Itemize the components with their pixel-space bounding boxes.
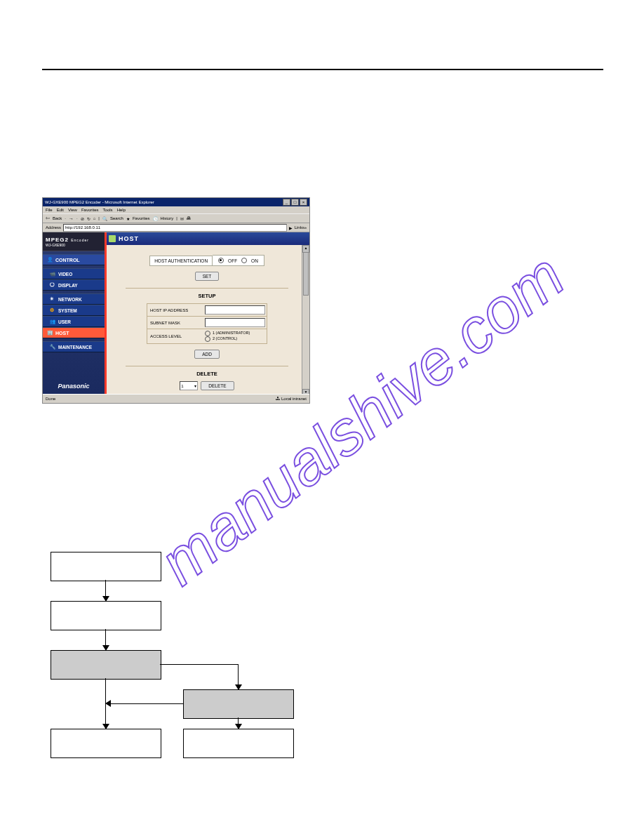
flow-line-4-left [111, 703, 183, 704]
host-header-icon [109, 235, 116, 242]
minimize-button[interactable]: _ [283, 199, 290, 206]
ip-label: HOST IP ADDRESS [147, 304, 203, 316]
nav-network[interactable]: ✴NETWORK [43, 293, 105, 305]
window-titlebar: WJ-GXE900 MPEG2 Encoder - Microsoft Inte… [43, 198, 309, 206]
browser-toolbar: ⇦ Back · → · ⊘ ↻ ⌂ | 🔍 Search ★ Favorite… [43, 213, 309, 223]
divider [126, 288, 288, 289]
menu-favorites[interactable]: Favorites [81, 208, 99, 212]
flow-box-2 [51, 601, 161, 630]
address-bar: Address ▶ Links » [43, 223, 309, 232]
menu-file[interactable]: File [46, 208, 53, 212]
product-mpeg: MPEG2 [46, 237, 69, 243]
go-icon[interactable]: ▶ [289, 225, 293, 230]
nav-host[interactable]: 🏢HOST [43, 327, 105, 338]
flow-arrow-1-2 [105, 580, 106, 601]
nav-user-label: USER [58, 319, 71, 324]
close-button[interactable]: × [300, 199, 307, 206]
back-button[interactable]: Back [53, 216, 62, 220]
nav-video[interactable]: 📹VIDEO [43, 268, 105, 279]
flow-line-3-right [160, 664, 238, 665]
address-input[interactable] [63, 224, 287, 232]
host-icon: 🏢 [47, 330, 53, 336]
favorites-button[interactable]: Favorites [133, 216, 150, 220]
vertical-scrollbar[interactable]: ▲ ▼ [302, 245, 309, 397]
ip-input[interactable] [205, 305, 265, 315]
search-button[interactable]: Search [110, 216, 123, 220]
nav-system[interactable]: ⚙SYSTEM [43, 305, 105, 316]
menu-tools[interactable]: Tools [103, 208, 113, 212]
favorites-icon[interactable]: ★ [126, 216, 130, 221]
subnet-input[interactable] [205, 318, 265, 327]
radio-control[interactable] [205, 336, 210, 342]
app-sidebar: MPEG2 Encoder WJ-GXE900 👤CONTROL 📹VIDEO … [43, 232, 105, 397]
nav-display-label: DISPLAY [58, 283, 78, 288]
delete-title: DELETE [126, 371, 288, 377]
add-button[interactable]: ADD [194, 350, 220, 359]
status-right: Local intranet [281, 397, 307, 401]
nav-display[interactable]: 🖵DISPLAY [43, 279, 105, 291]
display-icon: 🖵 [50, 282, 55, 288]
nav-control-label: CONTROL [55, 258, 80, 263]
menu-view[interactable]: View [68, 208, 77, 212]
menu-edit[interactable]: Edit [57, 208, 64, 212]
setup-box: HOST IP ADDRESS SUBNET MASK ACCESS LEVEL… [147, 303, 267, 344]
radio-off[interactable] [218, 258, 224, 263]
back-icon[interactable]: ⇦ [46, 216, 50, 221]
search-icon[interactable]: 🔍 [102, 216, 107, 221]
control-icon: 👤 [47, 257, 53, 263]
panel-header: HOST [105, 232, 309, 245]
main-panel: HOST ▲ ▼ HOST AUTHENTICATION OFF ON [105, 232, 309, 397]
flow-box-5 [51, 729, 161, 758]
history-icon[interactable]: 🕓 [153, 216, 158, 221]
stop-icon[interactable]: ⊘ [81, 216, 84, 221]
accent-strip [105, 232, 107, 397]
print-icon[interactable]: 🖶 [187, 216, 191, 220]
scroll-thumb[interactable] [303, 252, 309, 296]
forward-icon[interactable]: → [69, 216, 74, 221]
mail-icon[interactable]: ✉ [180, 216, 184, 221]
flow-box-6 [183, 729, 294, 758]
set-button[interactable]: SET [195, 272, 220, 281]
access-label: ACCESS LEVEL [147, 329, 203, 343]
nav-user[interactable]: 👥USER [43, 316, 105, 327]
nav-maintenance-label: MAINTENANCE [58, 345, 92, 350]
menu-help[interactable]: Help [117, 208, 126, 212]
links-label: Links [295, 225, 304, 230]
radio-admin-label: 1 (ADMINISTRATOR) [213, 331, 250, 336]
flow-box-1 [51, 552, 161, 581]
nav-host-label: HOST [55, 331, 69, 336]
flow-arrow-4-6 [238, 717, 239, 729]
delete-button[interactable]: DELETE [201, 381, 234, 390]
browser-window: WJ-GXE900 MPEG2 Encoder - Microsoft Inte… [42, 197, 310, 404]
subnet-label: SUBNET MASK [147, 317, 203, 329]
radio-on[interactable] [241, 258, 247, 263]
nav-video-label: VIDEO [58, 272, 72, 277]
window-title: WJ-GXE900 MPEG2 Encoder - Microsoft Inte… [45, 200, 154, 204]
flow-arrow-merge [105, 700, 111, 707]
delete-select-value: 1 [181, 384, 183, 388]
divider-2 [126, 366, 288, 366]
network-icon: ✴ [50, 296, 55, 302]
status-left: Done [46, 397, 55, 401]
zone-icon: 🖧 [276, 397, 280, 401]
history-button[interactable]: History [161, 216, 174, 220]
nav-control[interactable]: 👤CONTROL [43, 254, 105, 265]
flow-arrow-2-3 [105, 629, 106, 650]
nav-maintenance[interactable]: 🔧MAINTENANCE [43, 341, 105, 352]
radio-on-label: ON [251, 258, 258, 263]
home-icon[interactable]: ⌂ [93, 216, 96, 220]
system-icon: ⚙ [50, 307, 55, 313]
flow-box-3 [51, 650, 161, 680]
nav-network-label: NETWORK [58, 297, 82, 302]
nav-system-label: SYSTEM [58, 308, 77, 313]
video-icon: 📹 [50, 271, 55, 277]
refresh-icon[interactable]: ↻ [87, 216, 90, 221]
panel-title: HOST [119, 235, 139, 242]
setup-title: SETUP [126, 293, 288, 299]
product-model: WJ-GXE900 [46, 243, 102, 247]
maximize-button[interactable]: □ [291, 199, 299, 206]
delete-select[interactable]: 1▾ [180, 381, 198, 390]
host-auth-options: OFF ON [213, 255, 264, 266]
address-label: Address [46, 225, 61, 230]
radio-admin[interactable] [205, 331, 210, 336]
